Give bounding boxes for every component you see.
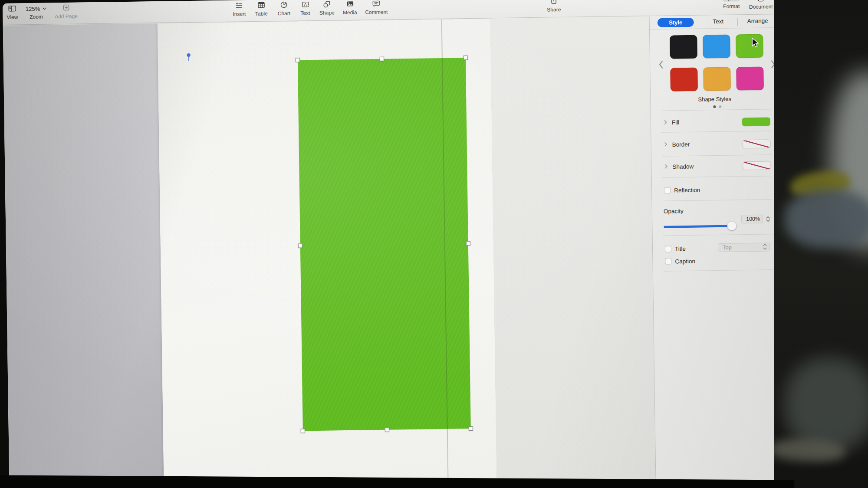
tab-divider xyxy=(737,18,738,26)
chart-icon xyxy=(280,0,288,9)
table-icon xyxy=(257,1,265,9)
document-canvas xyxy=(3,16,656,488)
divider xyxy=(663,234,773,236)
disclosure-chevron-icon[interactable] xyxy=(664,119,667,126)
border-row[interactable]: Border xyxy=(651,133,779,155)
canvas-gutter-right xyxy=(490,16,656,487)
divider xyxy=(664,269,773,272)
title-checkbox[interactable] xyxy=(665,246,671,252)
border-style-well-none[interactable] xyxy=(743,139,771,148)
dropdown-stepper-icon xyxy=(763,243,767,251)
shadow-label: Shadow xyxy=(672,163,694,170)
photo-of-laptop-screen: View 125% Zoom Add Page Insert xyxy=(0,0,868,488)
shape-styles-page-dot[interactable] xyxy=(719,105,721,108)
selection-handle-middle-left[interactable] xyxy=(298,243,302,248)
caption-checkbox[interactable] xyxy=(665,258,671,265)
shape-styles-page-dot-active[interactable] xyxy=(713,105,716,108)
format-tab-bar: Style Text Arrange xyxy=(650,15,778,29)
title-position-value: Top xyxy=(723,244,732,251)
selection-handle-top-left[interactable] xyxy=(296,58,300,62)
fill-label: Fill xyxy=(672,119,679,126)
selection-handle-bottom-left[interactable] xyxy=(301,429,305,433)
background-object xyxy=(784,190,868,249)
opacity-stepper[interactable] xyxy=(765,213,771,224)
stepper-down-icon xyxy=(766,219,770,222)
format-sidebar: Style Text Arrange Shape Styles xyxy=(649,15,784,485)
share-label: Share xyxy=(547,7,561,13)
shape-style-swatch-blue[interactable] xyxy=(703,35,730,59)
view-sidebar-icon xyxy=(8,4,16,13)
object-anchor-pin[interactable] xyxy=(187,53,191,62)
shape-label: Shape xyxy=(319,10,335,16)
shape-styles-title: Shape Styles xyxy=(651,95,779,103)
shape-styles-prev-icon[interactable] xyxy=(658,60,664,69)
document-button[interactable]: Document xyxy=(745,0,777,10)
table-label: Table xyxy=(255,10,268,16)
selection-handle-bottom-right[interactable] xyxy=(469,426,473,431)
tab-text[interactable]: Text xyxy=(705,18,731,25)
title-label: Title xyxy=(675,246,686,252)
svg-text:A: A xyxy=(304,2,307,7)
opacity-value-field[interactable]: 100% xyxy=(741,215,763,224)
canvas-gutter-left xyxy=(3,23,164,488)
fill-color-well[interactable] xyxy=(742,117,770,126)
reflection-checkbox[interactable] xyxy=(664,187,671,194)
stepper-up-icon xyxy=(766,216,770,219)
comment-label: Comment xyxy=(365,9,388,16)
mouse-cursor xyxy=(751,38,760,49)
selection-handle-bottom-middle[interactable] xyxy=(385,428,389,432)
tab-arrange[interactable]: Arrange xyxy=(743,17,773,24)
add-page-button[interactable]: Add Page xyxy=(50,3,82,20)
reflection-label: Reflection xyxy=(674,187,700,194)
background-object xyxy=(784,358,868,451)
media-icon xyxy=(345,0,354,8)
zoom-value: 125% xyxy=(26,4,47,13)
insert-icon xyxy=(235,1,243,9)
opacity-label: Opacity xyxy=(664,208,684,215)
insert-label: Insert xyxy=(233,11,246,17)
chart-label: Chart xyxy=(278,10,291,16)
shape-style-swatches xyxy=(670,34,764,92)
shadow-row[interactable]: Shadow xyxy=(651,155,780,177)
shape-icon xyxy=(323,0,331,8)
anchor-pin-stem xyxy=(188,56,189,61)
view-label: View xyxy=(7,14,18,20)
document-label: Document xyxy=(749,3,773,10)
disclosure-chevron-icon[interactable] xyxy=(664,141,667,148)
shape-style-swatch-black[interactable] xyxy=(670,35,697,59)
caption-label: Caption xyxy=(675,258,695,265)
opacity-slider-knob[interactable] xyxy=(727,221,736,230)
media-label: Media xyxy=(343,10,357,16)
share-icon xyxy=(550,0,558,5)
fill-row[interactable]: Fill xyxy=(651,111,779,133)
comment-button[interactable]: Comment xyxy=(361,0,392,15)
format-brush-icon xyxy=(722,0,740,2)
selection-handle-middle-right[interactable] xyxy=(466,241,470,246)
disclosure-chevron-icon[interactable] xyxy=(664,164,667,170)
selection-handle-top-right[interactable] xyxy=(464,56,468,60)
zoom-label: Zoom xyxy=(30,14,43,20)
macbook-screen: View 125% Zoom Add Page Insert xyxy=(3,0,784,488)
format-label: Format xyxy=(723,3,740,10)
zoom-control[interactable]: 125% Zoom xyxy=(20,3,52,20)
opacity-slider-track[interactable] xyxy=(664,225,732,228)
add-page-icon xyxy=(62,3,70,12)
text-label: Text xyxy=(300,10,310,16)
format-button[interactable]: Format xyxy=(716,0,747,10)
divider xyxy=(662,199,772,201)
text-icon: A xyxy=(301,0,309,8)
comment-icon xyxy=(372,0,380,7)
tab-style[interactable]: Style xyxy=(658,18,694,27)
title-position-dropdown[interactable]: Top xyxy=(718,242,770,252)
document-icon xyxy=(757,0,764,2)
border-label: Border xyxy=(672,141,690,148)
shape-style-swatch-orange[interactable] xyxy=(703,67,731,91)
room-background xyxy=(774,0,868,488)
selection-handle-top-middle[interactable] xyxy=(379,57,384,61)
add-page-label: Add Page xyxy=(55,13,78,20)
shape-style-swatch-pink[interactable] xyxy=(736,67,764,91)
shadow-style-well-none[interactable] xyxy=(743,161,771,170)
chevron-down-icon xyxy=(42,7,46,10)
shape-style-swatch-red[interactable] xyxy=(670,68,698,92)
share-button[interactable]: Share xyxy=(538,0,570,13)
